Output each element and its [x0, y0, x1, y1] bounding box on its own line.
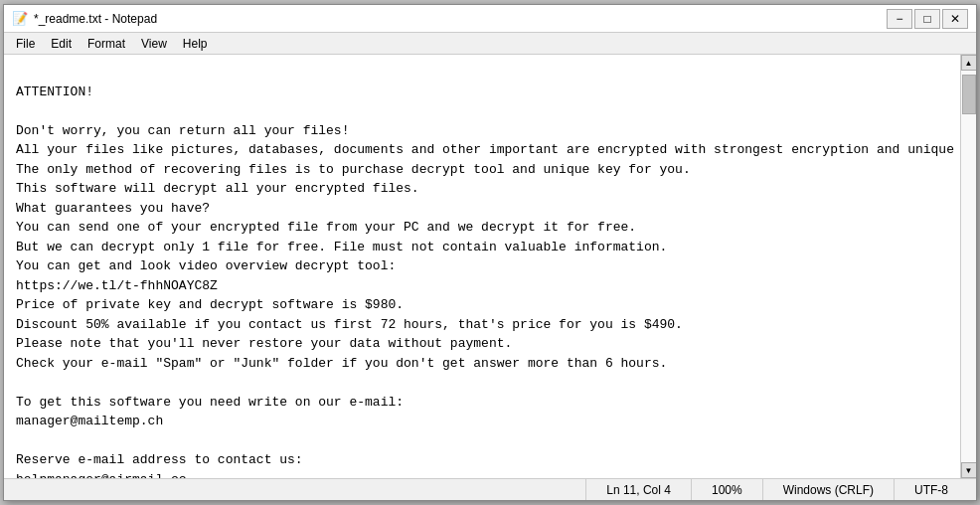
menu-bar: File Edit Format View Help [4, 33, 976, 55]
content-area: ATTENTION! Don't worry, you can return a… [4, 55, 976, 478]
menu-edit[interactable]: Edit [43, 35, 80, 53]
title-bar: 📝 *_readme.txt - Notepad − □ ✕ [4, 5, 976, 33]
menu-format[interactable]: Format [80, 35, 133, 53]
status-line-ending: Windows (CRLF) [763, 479, 895, 500]
menu-file[interactable]: File [8, 35, 43, 53]
status-empty [12, 479, 586, 500]
scroll-down-button[interactable]: ▼ [961, 462, 977, 478]
close-button[interactable]: ✕ [942, 9, 968, 29]
status-zoom: 100% [692, 479, 763, 500]
scroll-thumb[interactable] [962, 75, 976, 114]
window-title: *_readme.txt - Notepad [34, 12, 157, 26]
status-position: Ln 11, Col 4 [586, 479, 692, 500]
title-bar-controls: − □ ✕ [887, 9, 968, 29]
notepad-window: 📝 *_readme.txt - Notepad − □ ✕ File Edit… [3, 4, 977, 501]
notepad-icon: 📝 [12, 11, 28, 26]
vertical-scrollbar[interactable]: ▲ ▼ [960, 55, 976, 478]
document-text: ATTENTION! Don't worry, you can return a… [16, 84, 960, 479]
maximize-button[interactable]: □ [914, 9, 940, 29]
text-content[interactable]: ATTENTION! Don't worry, you can return a… [4, 55, 960, 478]
title-bar-left: 📝 *_readme.txt - Notepad [12, 11, 157, 26]
scroll-track[interactable] [961, 71, 976, 462]
status-bar: Ln 11, Col 4 100% Windows (CRLF) UTF-8 [4, 478, 976, 500]
scroll-up-button[interactable]: ▲ [961, 55, 977, 71]
status-encoding: UTF-8 [895, 479, 968, 500]
minimize-button[interactable]: − [887, 9, 912, 29]
menu-view[interactable]: View [133, 35, 175, 53]
menu-help[interactable]: Help [175, 35, 216, 53]
